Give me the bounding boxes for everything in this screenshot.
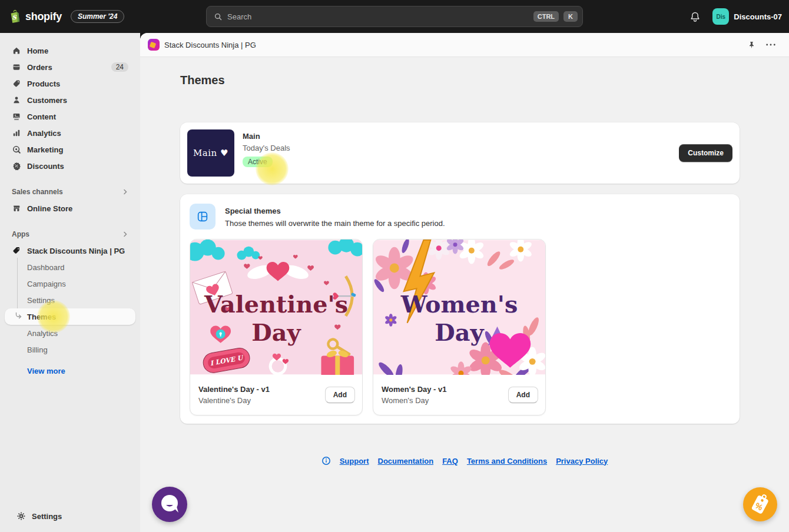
add-theme-button-valentines[interactable]: Add bbox=[325, 387, 355, 403]
apps-header[interactable]: Apps bbox=[5, 226, 135, 242]
app-header-bar: Stack Discounts Ninja | PG bbox=[140, 33, 789, 57]
orders-icon bbox=[12, 62, 21, 72]
sidebar-subitem-settings[interactable]: Settings bbox=[5, 292, 135, 308]
customize-button[interactable]: Customize bbox=[679, 144, 732, 162]
main-content: Stack Discounts Ninja | PG Themes Main ♥… bbox=[140, 33, 789, 532]
theme-subtitle: Valentine's Day bbox=[198, 396, 325, 405]
theme-name: Women's Day - v1 bbox=[382, 385, 508, 394]
sidebar-item-label: Orders bbox=[27, 63, 52, 72]
gear-icon bbox=[16, 511, 26, 521]
special-themes-icon-container bbox=[190, 204, 216, 230]
sidebar-item-app-stack-discounts[interactable]: Stack Discounts Ninja | PG bbox=[5, 242, 135, 259]
bar-chart-icon bbox=[12, 128, 21, 138]
app-more-actions-button[interactable] bbox=[763, 41, 778, 49]
ellipsis-icon bbox=[765, 43, 776, 46]
topbar: S shopify Summer '24 Search CTRL K Dis D… bbox=[0, 0, 789, 33]
sidebar-subitem-billing[interactable]: Billing bbox=[5, 341, 135, 358]
sidebar-item-label: Discounts bbox=[27, 162, 64, 171]
chevron-right-icon bbox=[122, 189, 128, 195]
sales-channels-header[interactable]: Sales channels bbox=[5, 184, 135, 200]
sidebar-item-label: Online Store bbox=[27, 204, 72, 213]
sidebar-item-label: Settings bbox=[32, 512, 62, 521]
womens-image-title-line2: Day bbox=[435, 319, 485, 346]
chat-widget-button[interactable] bbox=[152, 487, 187, 522]
app-logo-icon bbox=[148, 39, 160, 51]
sidebar-item-label: Analytics bbox=[27, 129, 61, 138]
subitem-label: Analytics bbox=[27, 329, 58, 338]
apps-label: Apps bbox=[12, 230, 29, 238]
chevron-right-icon bbox=[122, 231, 128, 237]
sidebar-item-settings[interactable]: Settings bbox=[9, 508, 131, 524]
discounts-app-fab[interactable]: % bbox=[743, 487, 777, 521]
sales-channels-label: Sales channels bbox=[12, 188, 63, 196]
sidebar-item-label: Customers bbox=[27, 96, 67, 105]
theme-name: Valentine's Day - v1 bbox=[198, 385, 325, 394]
user-name: Discounts-07 bbox=[734, 12, 782, 21]
pushpin-icon bbox=[747, 41, 756, 49]
shopify-logo[interactable]: S shopify Summer '24 bbox=[8, 0, 124, 33]
sidebar-item-discounts[interactable]: Discounts bbox=[5, 158, 135, 174]
sidebar-item-content[interactable]: Content bbox=[5, 108, 135, 125]
main-theme-card: Main ♥ Main Today's Deals Active Customi… bbox=[180, 122, 740, 184]
womens-image-title-line1: Women's bbox=[400, 291, 518, 318]
storefront-icon bbox=[12, 204, 21, 213]
shopify-wordmark: shopify bbox=[25, 11, 62, 23]
search-placeholder: Search bbox=[227, 12, 529, 21]
support-link[interactable]: Support bbox=[340, 457, 369, 466]
page-footer: Support Documentation FAQ Terms and Cond… bbox=[140, 456, 789, 466]
keycap-ctrl: CTRL bbox=[533, 11, 559, 22]
sidebar-subitem-analytics[interactable]: Analytics bbox=[5, 325, 135, 341]
faq-link[interactable]: FAQ bbox=[442, 457, 458, 466]
documentation-link[interactable]: Documentation bbox=[378, 457, 434, 466]
pin-app-button[interactable] bbox=[745, 38, 758, 52]
sidebar-item-orders[interactable]: Orders 24 bbox=[5, 59, 135, 75]
status-badge: Active bbox=[243, 157, 273, 167]
branch-arrow-icon bbox=[15, 312, 23, 321]
content-icon bbox=[12, 112, 21, 121]
sidebar-subitem-dashboard[interactable]: Dashboard bbox=[5, 259, 135, 275]
valentines-image-title-line1: Valentine's bbox=[204, 291, 348, 318]
sidebar-item-label: Content bbox=[27, 112, 56, 121]
edition-badge[interactable]: Summer '24 bbox=[71, 10, 125, 23]
sidebar-subitem-themes[interactable]: Themes bbox=[5, 308, 135, 325]
search-input[interactable]: Search CTRL K bbox=[206, 6, 583, 27]
layout-sections-icon bbox=[196, 210, 209, 223]
subitem-label: Themes bbox=[27, 312, 56, 321]
sidebar-item-online-store[interactable]: Online Store bbox=[5, 200, 135, 217]
price-tag-percent-icon: % bbox=[744, 488, 777, 521]
sidebar-item-analytics[interactable]: Analytics bbox=[5, 125, 135, 141]
chat-bubble-icon bbox=[152, 487, 187, 522]
sidebar-item-label: Products bbox=[27, 79, 60, 88]
special-themes-description: Those themes will overwrite the main the… bbox=[225, 219, 445, 228]
subitem-label: Dashboard bbox=[27, 263, 65, 272]
subitem-label: Billing bbox=[27, 345, 48, 354]
theme-card-valentines: I LOVE U Valentine bbox=[190, 239, 363, 415]
notifications-button[interactable] bbox=[689, 11, 701, 22]
subitem-label: Settings bbox=[27, 296, 55, 305]
add-theme-button-womens[interactable]: Add bbox=[508, 387, 538, 403]
sidebar-subitem-campaigns[interactable]: Campaigns bbox=[5, 275, 135, 292]
topbar-right: Dis Discounts-07 bbox=[689, 0, 782, 33]
theme-subtitle: Women's Day bbox=[382, 396, 508, 405]
view-more-link[interactable]: View more bbox=[5, 363, 135, 379]
valentines-image-title-line2: Day bbox=[251, 319, 301, 346]
avatar: Dis bbox=[712, 8, 729, 25]
sidebar-item-products[interactable]: Products bbox=[5, 75, 135, 92]
page-title: Themes bbox=[180, 74, 225, 87]
sidebar-item-customers[interactable]: Customers bbox=[5, 92, 135, 108]
sidebar-item-label: Stack Discounts Ninja | PG bbox=[27, 247, 125, 255]
user-menu[interactable]: Dis Discounts-07 bbox=[712, 8, 782, 25]
keycap-k: K bbox=[563, 11, 578, 22]
special-themes-title: Special themes bbox=[225, 207, 445, 215]
app-header-title: Stack Discounts Ninja | PG bbox=[164, 41, 740, 49]
shopify-bag-icon: S bbox=[8, 9, 21, 24]
sidebar-item-home[interactable]: Home bbox=[5, 42, 135, 59]
sidebar-item-marketing[interactable]: Marketing bbox=[5, 141, 135, 158]
orders-count-badge: 24 bbox=[111, 62, 128, 72]
search-icon bbox=[214, 12, 223, 21]
sidebar-item-label: Home bbox=[27, 46, 48, 55]
home-icon bbox=[12, 46, 21, 55]
terms-link[interactable]: Terms and Conditions bbox=[467, 457, 547, 466]
privacy-link[interactable]: Privacy Policy bbox=[556, 457, 608, 466]
discount-seal-icon bbox=[12, 161, 21, 171]
